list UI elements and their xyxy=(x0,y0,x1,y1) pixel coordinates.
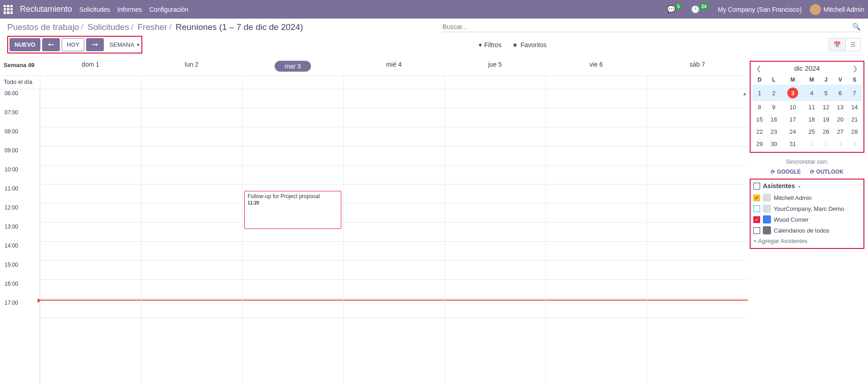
apps-icon[interactable] xyxy=(4,5,13,14)
allday-cell[interactable] xyxy=(141,76,242,89)
day-column[interactable] xyxy=(40,89,141,384)
mini-cal-day[interactable]: 4 xyxy=(847,138,862,150)
time-label: 16:00 xyxy=(0,280,39,299)
add-attendee-button[interactable]: + Agregar Asistentes xyxy=(753,238,861,244)
breadcrumb-link-1[interactable]: Solicitudes xyxy=(87,22,129,32)
mini-cal-day[interactable]: 25 xyxy=(805,126,819,138)
attendee-checkbox[interactable]: ✓ xyxy=(753,194,760,201)
time-label: 15:00 xyxy=(0,261,39,280)
day-column[interactable]: Follow-up for Project proposal11:20 xyxy=(242,89,343,384)
mini-cal-day[interactable]: 7 xyxy=(847,85,862,101)
app-name: Reclutamiento xyxy=(20,5,72,14)
mini-cal-day[interactable]: 23 xyxy=(766,126,781,138)
allday-cell[interactable] xyxy=(242,76,343,89)
attendee-checkbox[interactable]: ✓ xyxy=(753,216,760,223)
activities-indicator[interactable]: 🕒 24 xyxy=(691,5,709,14)
sync-google-button[interactable]: ⟳ GOOGLE xyxy=(771,169,801,175)
favorites-button[interactable]: ★ Favoritos xyxy=(512,41,547,49)
prev-button[interactable]: 🡐 xyxy=(42,38,60,51)
mini-cal-day[interactable]: 24 xyxy=(781,126,805,138)
calendar-icon: 📅 xyxy=(834,41,841,48)
mini-cal-day[interactable]: 3 xyxy=(833,138,847,150)
day-column[interactable] xyxy=(343,89,444,384)
attendee-row: ✓Wood Corner xyxy=(753,214,861,225)
day-column[interactable] xyxy=(647,89,748,384)
attendee-row: YourCompany, Marc Demo xyxy=(753,203,861,214)
day-header[interactable]: mar 3 xyxy=(242,57,343,75)
mini-cal-day[interactable]: 21 xyxy=(847,113,862,126)
day-column[interactable] xyxy=(445,89,546,384)
mini-cal-day[interactable]: 28 xyxy=(847,126,862,138)
mini-cal-day[interactable]: 6 xyxy=(833,85,847,101)
mini-cal-day[interactable]: 2 xyxy=(819,138,833,150)
mini-cal-title: dic 2024 xyxy=(794,64,820,72)
nav-informes[interactable]: Informes xyxy=(117,6,142,13)
mini-cal-day[interactable]: 1 xyxy=(805,138,819,150)
search-input[interactable] xyxy=(442,23,852,30)
mini-cal-day[interactable]: 15 xyxy=(752,113,766,126)
sync-outlook-button[interactable]: ⟳ OUTLOOK xyxy=(810,169,844,175)
allday-cell[interactable] xyxy=(647,76,748,89)
mini-cal-day[interactable]: 14 xyxy=(847,101,862,113)
attendees-all-checkbox[interactable] xyxy=(753,183,760,190)
calendar-area: Semana 49 dom 1lun 2mar 3mié 4jue 5vie 6… xyxy=(0,57,748,384)
mini-cal-day[interactable]: 20 xyxy=(833,113,847,126)
mini-cal-day[interactable]: 8 xyxy=(752,101,766,113)
day-header[interactable]: sáb 7 xyxy=(647,57,748,75)
chevron-down-icon[interactable]: ⌄ xyxy=(798,184,801,188)
mini-cal-day[interactable]: 16 xyxy=(766,113,781,126)
refresh-icon: ⟳ xyxy=(771,169,775,175)
day-header[interactable]: vie 6 xyxy=(546,57,647,75)
allday-cell[interactable] xyxy=(343,76,444,89)
mini-cal-next[interactable]: ❯ xyxy=(853,65,858,72)
mini-cal-day[interactable]: 4 xyxy=(805,85,819,101)
mini-cal-day[interactable]: 30 xyxy=(766,138,781,150)
mini-cal-day[interactable]: 10 xyxy=(781,101,805,113)
list-view-button[interactable]: ☰ xyxy=(846,39,860,51)
breadcrumb-link-0[interactable]: Puestos de trabajo xyxy=(7,22,79,32)
mini-cal-prev[interactable]: ❮ xyxy=(756,65,761,72)
company-selector[interactable]: My Company (San Francisco) xyxy=(718,6,802,13)
allday-cell[interactable] xyxy=(445,76,546,89)
mini-cal-day[interactable]: 2 xyxy=(766,85,781,101)
mini-cal-day[interactable]: 17 xyxy=(781,113,805,126)
day-header[interactable]: jue 5 xyxy=(445,57,546,75)
attendee-checkbox[interactable] xyxy=(753,205,760,212)
mini-cal-day[interactable]: 1 xyxy=(752,85,766,101)
mini-cal-day[interactable]: 12 xyxy=(819,101,833,113)
mini-cal-day[interactable]: 22 xyxy=(752,126,766,138)
mini-cal-day[interactable]: 9 xyxy=(766,101,781,113)
day-column[interactable] xyxy=(141,89,242,384)
nav-configuracion[interactable]: Configuración xyxy=(149,6,188,13)
allday-cell[interactable] xyxy=(40,76,141,89)
day-header[interactable]: dom 1 xyxy=(40,57,141,75)
view-range-select[interactable]: SEMANA ▼ xyxy=(109,41,140,48)
all-calendars-checkbox[interactable] xyxy=(753,227,760,234)
calendar-view-button[interactable]: 📅 xyxy=(829,39,846,51)
messages-indicator[interactable]: 💬 5 xyxy=(667,5,683,14)
mini-cal-day[interactable]: 3 xyxy=(781,85,805,101)
mini-cal-day[interactable]: 18 xyxy=(805,113,819,126)
nav-solicitudes[interactable]: Solicitudes xyxy=(79,6,110,13)
mini-cal-day[interactable]: 26 xyxy=(819,126,833,138)
day-column[interactable] xyxy=(546,89,647,384)
mini-cal-day[interactable]: 27 xyxy=(833,126,847,138)
breadcrumb-link-2[interactable]: Fresher xyxy=(137,22,167,32)
mini-cal-day[interactable]: 31 xyxy=(781,138,805,150)
user-menu[interactable]: Mitchell Admin xyxy=(810,4,864,15)
new-button[interactable]: NUEVO xyxy=(10,38,40,51)
day-header[interactable]: mié 4 xyxy=(343,57,444,75)
day-header[interactable]: lun 2 xyxy=(141,57,242,75)
mini-cal-day[interactable]: 5 xyxy=(819,85,833,101)
today-button[interactable]: HOY xyxy=(62,38,84,51)
calendar-event[interactable]: Follow-up for Project proposal11:20 xyxy=(244,191,341,229)
mini-cal-day[interactable]: 13 xyxy=(833,101,847,113)
search-icon[interactable]: 🔍 xyxy=(852,23,861,31)
attendee-avatar-icon xyxy=(763,204,771,213)
next-button[interactable]: 🡒 xyxy=(86,38,104,51)
mini-cal-day[interactable]: 29 xyxy=(752,138,766,150)
mini-cal-day[interactable]: 11 xyxy=(805,101,819,113)
filters-button[interactable]: ▾ Filtros xyxy=(479,41,501,49)
mini-cal-day[interactable]: 19 xyxy=(819,113,833,126)
allday-cell[interactable] xyxy=(546,76,647,89)
